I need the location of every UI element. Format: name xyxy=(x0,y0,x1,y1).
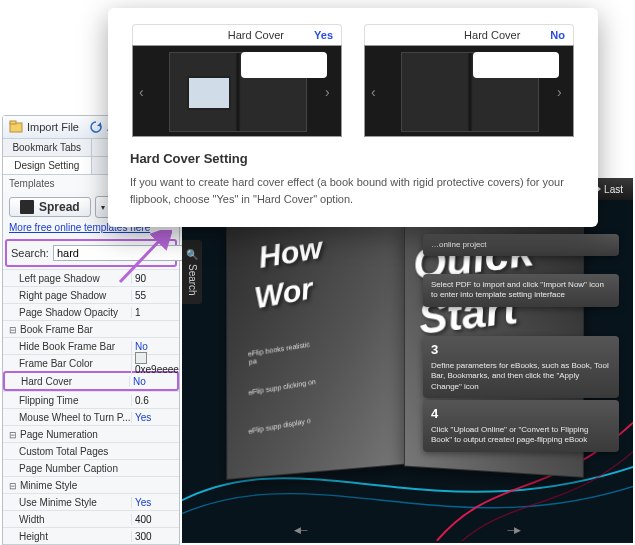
property-key: Page Shadow Opacity xyxy=(3,307,131,318)
property-row[interactable]: Mouse Wheel to Turn P...Yes xyxy=(3,408,179,425)
property-value[interactable]: Yes xyxy=(131,497,179,508)
svg-rect-1 xyxy=(10,121,16,124)
search-row: Search: xyxy=(5,239,177,267)
left-page: How Wor eFlip books realistic pa eFlip s… xyxy=(226,220,405,479)
template-button[interactable]: Spread xyxy=(9,197,91,217)
property-key: Page Numeration xyxy=(3,429,131,440)
last-page-label: Last xyxy=(604,184,623,195)
thumbnail-row: Hard Cover Yes ‹ › Hard Cover No ‹ › xyxy=(130,24,576,137)
thumb-header: Hard Cover No xyxy=(364,24,574,45)
thumb-yes: Hard Cover Yes ‹ › xyxy=(132,24,342,137)
step-text: Click "Upload Online" or "Convert to Fli… xyxy=(431,425,588,444)
thumb-value: Yes xyxy=(314,29,333,41)
property-key: Right page Shadow xyxy=(3,290,131,301)
page-text: eFlip supp clicking on xyxy=(248,377,319,397)
import-label[interactable]: Import File xyxy=(27,121,79,133)
step-card: 4Click "Upload Online" or "Convert to Fl… xyxy=(423,400,619,452)
property-row[interactable]: Width400 xyxy=(3,510,179,527)
property-value[interactable]: 300 xyxy=(131,531,179,542)
search-icon: 🔍 xyxy=(187,248,198,260)
thumb-body: ‹ › xyxy=(132,45,342,137)
step-card: …online project xyxy=(423,234,619,256)
page-text: eFlip supp display o xyxy=(248,415,319,436)
thumb-body: ‹ › xyxy=(364,45,574,137)
tooltip-card: Hard Cover Yes ‹ › Hard Cover No ‹ › xyxy=(108,8,598,227)
property-key: Left page Shadow xyxy=(3,273,131,284)
refresh-icon[interactable] xyxy=(89,120,103,134)
property-value[interactable]: Yes xyxy=(131,412,179,423)
thumb-no: Hard Cover No ‹ › xyxy=(364,24,574,137)
chevron-left-icon: ‹ xyxy=(371,84,381,98)
tab-bookmark[interactable]: Bookmark Tabs xyxy=(3,139,92,156)
step-number: 4 xyxy=(431,406,611,423)
template-button-label: Spread xyxy=(39,200,80,214)
search-sidebar-tab[interactable]: 🔍 Search xyxy=(182,240,202,304)
property-key: Height xyxy=(3,531,131,542)
property-row[interactable]: Book Frame Bar xyxy=(3,320,179,337)
property-value[interactable]: 0xe9eeee xyxy=(131,351,179,374)
property-row[interactable]: Frame Bar Color0xe9eeee xyxy=(3,354,179,371)
import-icon xyxy=(9,120,23,134)
book-icon xyxy=(20,200,34,214)
property-value[interactable]: 90 xyxy=(131,273,179,284)
property-row[interactable]: Page Shadow Opacity1 xyxy=(3,303,179,320)
page-indicator: ◀──▶ xyxy=(182,525,633,535)
property-key: Hard Cover xyxy=(5,376,129,387)
thumb-opt-label: Hard Cover xyxy=(228,29,284,41)
property-key: Book Frame Bar xyxy=(3,324,131,335)
step-card: 3Define parameters for eBooks, such as B… xyxy=(423,336,619,398)
thumb-value: No xyxy=(550,29,565,41)
property-row[interactable]: Left page Shadow90 xyxy=(3,269,179,286)
chevron-right-icon: › xyxy=(325,84,335,98)
search-sidebar-label: Search xyxy=(187,264,198,296)
chevron-right-icon: › xyxy=(557,84,567,98)
page-text: How xyxy=(256,231,324,275)
property-value[interactable]: 1 xyxy=(131,307,179,318)
property-key: Use Minime Style xyxy=(3,497,131,508)
property-value[interactable]: No xyxy=(129,376,177,387)
property-row[interactable]: Page Number Caption xyxy=(3,459,179,476)
property-row[interactable]: Height300 xyxy=(3,527,179,544)
step-text: Select PDF to import and click "Import N… xyxy=(431,280,604,299)
property-key: Frame Bar Color xyxy=(3,358,131,369)
property-value[interactable]: 0.6 xyxy=(131,395,179,406)
speech-bubble-icon xyxy=(473,52,559,78)
property-key: Hide Book Frame Bar xyxy=(3,341,131,352)
page-text: eFlip books realistic pa xyxy=(247,339,319,367)
property-key: Flipping Time xyxy=(3,395,131,406)
property-row[interactable]: Custom Total Pages xyxy=(3,442,179,459)
property-row[interactable]: Flipping Time0.6 xyxy=(3,391,179,408)
property-key: Minime Style xyxy=(3,480,131,491)
step-number: 3 xyxy=(431,342,611,359)
property-row[interactable]: Right page Shadow55 xyxy=(3,286,179,303)
monitor-icon xyxy=(187,76,231,110)
thumb-opt-label: Hard Cover xyxy=(464,29,520,41)
step-text: …online project xyxy=(431,240,487,249)
property-key: Width xyxy=(3,514,131,525)
property-key: Mouse Wheel to Turn P... xyxy=(3,412,131,423)
property-row[interactable]: Page Numeration xyxy=(3,425,179,442)
property-value[interactable]: 400 xyxy=(131,514,179,525)
page-text: Wor xyxy=(252,271,315,315)
chevron-down-icon: ▾ xyxy=(101,203,105,212)
property-key: Page Number Caption xyxy=(3,463,131,474)
property-value[interactable]: No xyxy=(131,341,179,352)
thumb-header: Hard Cover Yes xyxy=(132,24,342,45)
speech-bubble-icon xyxy=(241,52,327,78)
tab-design-setting[interactable]: Design Setting xyxy=(3,157,92,174)
preview-area: Next Page Last 🔍 Search How Wor eFlip bo… xyxy=(182,178,633,543)
property-grid: Left page Shadow90Right page Shadow55Pag… xyxy=(3,269,179,544)
search-input[interactable] xyxy=(53,245,199,261)
property-row[interactable]: Minime Style xyxy=(3,476,179,493)
step-text: Define parameters for eBooks, such as Bo… xyxy=(431,361,609,391)
property-value[interactable]: 55 xyxy=(131,290,179,301)
property-row[interactable]: Use Minime StyleYes xyxy=(3,493,179,510)
search-label: Search: xyxy=(11,247,49,259)
property-key: Custom Total Pages xyxy=(3,446,131,457)
card-body: If you want to create hard cover effect … xyxy=(130,174,576,207)
chevron-left-icon: ‹ xyxy=(139,84,149,98)
step-card: Select PDF to import and click "Import N… xyxy=(423,274,619,307)
card-title: Hard Cover Setting xyxy=(130,151,576,166)
